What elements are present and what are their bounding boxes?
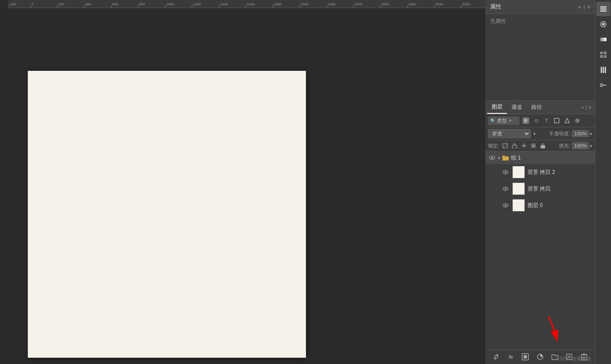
lock-image-icon[interactable] — [511, 142, 519, 150]
properties-expand-icon[interactable]: » — [578, 4, 581, 9]
filter-active-dot — [575, 118, 580, 123]
group-expand-arrow[interactable]: ▾ — [498, 156, 500, 160]
properties-title: 属性 — [490, 3, 502, 11]
layer-thumbnail-bg-copy — [512, 182, 525, 195]
lock-transparency-icon[interactable] — [501, 142, 509, 150]
horizontal-ruler: -200 0 200 400 600 800 1000 1200 1400 16… — [8, 0, 485, 8]
lock-position-icon[interactable] — [520, 142, 528, 150]
svg-text:400: 400 — [85, 2, 92, 6]
fill-value[interactable]: 100% — [572, 142, 589, 149]
group-1-name: 组 1 — [511, 154, 521, 162]
filter-pixel-icon[interactable] — [521, 116, 530, 125]
properties-content-area — [485, 29, 595, 100]
svg-rect-44 — [600, 38, 607, 41]
library-strip-icon[interactable] — [596, 63, 611, 77]
opacity-value[interactable]: 100% — [572, 130, 589, 137]
layers-tab-controls: » | ≡ — [581, 105, 593, 110]
filter-type-label: 类型 — [497, 117, 507, 124]
layers-expand-icon[interactable]: » — [581, 105, 584, 110]
svg-text:-200: -200 — [9, 2, 17, 6]
filter-toggle-dot[interactable] — [573, 116, 582, 125]
tab-layers[interactable]: 图层 — [487, 101, 507, 114]
right-panels: 属性 » | ≡ 无属性 图层 通道 路径 » | ≡ — [485, 0, 611, 364]
svg-text:1200: 1200 — [193, 2, 201, 6]
layers-list: ▾ 组 1 背景 拷贝 2 背景 拷贝 — [485, 152, 595, 349]
gradient-strip-icon[interactable] — [596, 32, 611, 47]
pattern-strip-icon[interactable] — [596, 48, 611, 62]
svg-point-52 — [600, 84, 603, 87]
svg-text:1800: 1800 — [274, 2, 282, 6]
tab-channels[interactable]: 通道 — [507, 101, 527, 113]
svg-rect-57 — [554, 118, 559, 123]
group-folder-icon — [502, 155, 509, 161]
group-eye-icon[interactable] — [488, 154, 496, 162]
lock-all-icon[interactable] — [539, 142, 547, 150]
svg-text:2600: 2600 — [381, 2, 389, 6]
svg-rect-45 — [600, 52, 603, 54]
layer-item-bg-copy[interactable]: 背景 拷贝 — [485, 181, 595, 197]
svg-text:2000: 2000 — [301, 2, 309, 6]
filter-smart-icon[interactable] — [563, 116, 572, 125]
lock-artboard-icon[interactable] — [529, 142, 537, 150]
svg-rect-60 — [512, 145, 517, 148]
svg-rect-51 — [605, 67, 606, 73]
filter-dropdown-arrow[interactable]: ▾ — [509, 118, 511, 123]
svg-line-59 — [503, 143, 507, 148]
filter-icons-row: ⊙ T — [521, 116, 582, 125]
svg-text:800: 800 — [139, 2, 145, 6]
layers-lines-icon[interactable]: ≡ — [589, 105, 591, 110]
svg-text:2800: 2800 — [408, 2, 416, 6]
opacity-arrow[interactable]: ▾ — [590, 131, 592, 136]
search-icon: 🔍 — [490, 118, 496, 123]
opacity-label: 不透明度: — [549, 130, 570, 137]
blend-mode-row: 穿透 ▾ 不透明度: 100% ▾ — [485, 127, 595, 140]
filter-text-icon[interactable]: T — [542, 116, 551, 125]
add-mask-button[interactable] — [520, 352, 530, 362]
layers-menu-icon[interactable]: | — [586, 105, 587, 110]
fx-button[interactable]: fx — [506, 352, 516, 362]
svg-text:3200: 3200 — [462, 2, 470, 6]
document-canvas — [28, 71, 306, 358]
fill-control: 100% ▾ — [572, 142, 592, 149]
tab-paths[interactable]: 路径 — [527, 101, 546, 113]
layer-name-bg-copy2: 背景 拷贝 2 — [528, 169, 555, 176]
fill-arrow[interactable]: ▾ — [590, 143, 592, 148]
svg-rect-49 — [601, 67, 602, 73]
filter-shape-icon[interactable] — [552, 116, 561, 125]
svg-rect-56 — [524, 119, 528, 122]
blend-mode-select[interactable]: 穿透 — [488, 129, 531, 138]
adjustment-strip-icon[interactable] — [596, 78, 611, 92]
layer-item-0[interactable]: 图层 0 — [485, 197, 595, 214]
layer-group-1[interactable]: ▾ 组 1 — [485, 152, 595, 164]
canvas-area — [0, 8, 485, 364]
svg-rect-40 — [600, 9, 607, 10]
svg-rect-64 — [532, 145, 534, 147]
lock-label: 锁定: — [488, 143, 499, 149]
svg-text:200: 200 — [58, 2, 65, 6]
svg-rect-50 — [602, 67, 604, 73]
svg-point-67 — [491, 157, 493, 159]
layers-strip-icon[interactable] — [596, 2, 611, 16]
properties-menu-icon[interactable]: | — [584, 4, 585, 9]
layer-thumbnail-0 — [512, 199, 525, 212]
properties-menu-lines[interactable]: ≡ — [588, 4, 590, 9]
layers-tabs-bar: 图层 通道 路径 » | ≡ — [485, 101, 595, 114]
layer-eye-bg-copy[interactable] — [502, 185, 510, 193]
svg-rect-48 — [604, 55, 607, 58]
no-properties-text: 无属性 — [485, 14, 595, 29]
svg-text:2400: 2400 — [354, 2, 362, 6]
svg-point-43 — [602, 23, 605, 26]
layer-thumbnail-bg-copy2 — [512, 166, 525, 178]
svg-text:600: 600 — [112, 2, 118, 6]
add-adjustment-button[interactable] — [535, 352, 545, 362]
filter-search-box[interactable]: 🔍 类型 ▾ — [488, 117, 519, 125]
properties-header: 属性 » | ≡ — [485, 0, 595, 14]
svg-text:2200: 2200 — [327, 2, 336, 6]
layer-eye-bg-copy2[interactable] — [502, 168, 510, 176]
layer-item-bg-copy2[interactable]: 背景 拷贝 2 — [485, 164, 595, 181]
color-strip-icon[interactable] — [596, 17, 611, 31]
layer-eye-0[interactable] — [502, 201, 510, 209]
link-layers-button[interactable] — [491, 352, 501, 362]
blend-mode-arrow[interactable]: ▾ — [533, 131, 536, 136]
filter-adjust-icon[interactable]: ⊙ — [532, 116, 541, 125]
